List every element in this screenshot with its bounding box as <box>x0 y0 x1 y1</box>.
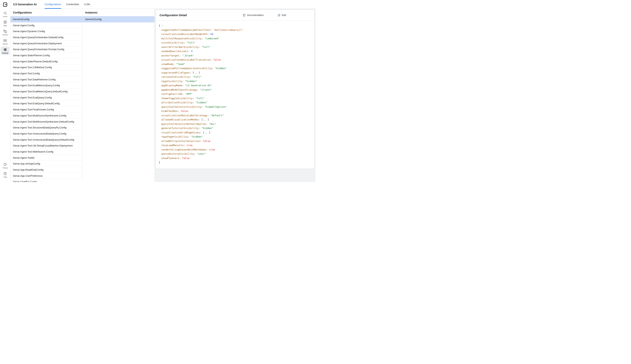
database-icon <box>3 20 7 24</box>
json-key: anchorTarget <box>161 54 179 57</box>
sidebar-item-help[interactable]: Help <box>1 170 10 179</box>
json-value: "hideAllOption" <box>204 106 227 108</box>
detail-area: Configuration Detail DocumentationEdit {… <box>155 9 316 182</box>
config-row[interactable]: Genai.Agent.Tool.EvalQuery.DefaultConfig <box>11 101 83 107</box>
instance-row[interactable]: GenAiUiConfig <box>83 16 154 22</box>
configurations-list[interactable]: GenAiUiConfigGenai.Agent.ConfigGenai.Age… <box>11 16 83 182</box>
sidebar-item-theme[interactable]: Theme <box>1 162 10 170</box>
config-row[interactable]: Genai.Agent.Toolkit <box>11 155 83 161</box>
json-entry: allowMultipleToolSelection: false <box>159 139 310 144</box>
config-row[interactable]: Genai.Agent.Tool.FinalAnswer.Config <box>11 106 83 113</box>
json-key: tagsVisibility <box>161 80 182 83</box>
json-colon: : <box>194 152 197 155</box>
json-value: "feed" <box>176 63 185 66</box>
tab-credentials[interactable]: Credentials <box>66 0 79 8</box>
json-key: visualizationXAxisLabelMaxWidth <box>161 33 207 36</box>
config-row[interactable]: Genai.Agent.Tool.EvalMetricsQuery.Config <box>11 83 83 89</box>
config-row[interactable]: Genai.Agent.Tool.Config <box>11 70 83 76</box>
detail-actions: DocumentationEdit <box>243 14 310 17</box>
json-colon: : <box>173 63 176 66</box>
config-row[interactable]: Genai.Agent.StaticPlanner.DefaultConfig <box>11 58 83 64</box>
json-colon: : <box>199 118 202 121</box>
config-row[interactable]: Genai.App.ReadOnlyConfig <box>11 167 83 173</box>
sidebar-item-home[interactable]: Home <box>1 10 10 18</box>
rail-nav-bottom: ThemeHelp <box>1 162 10 180</box>
json-value: "hidden" <box>195 101 207 104</box>
sidebar-item-label: History <box>3 34 8 36</box>
config-row[interactable]: Genai.Agent.Tool.MultiSourceSynthesizer.… <box>11 119 83 125</box>
json-entry: queryToolSelectorVisibility: "hideAllOpt… <box>159 105 310 109</box>
json-colon: : <box>197 88 200 91</box>
sidebar-item-history[interactable]: History <box>1 28 10 37</box>
config-row[interactable]: Genai.Agent.Tool.EvalMetricsQuery.Defaul… <box>11 88 83 94</box>
json-entry: allowedVisualizationModes: [ … ] <box>159 118 310 122</box>
json-value: false <box>213 58 221 61</box>
json-array-collapsed-ellipsis[interactable]: … <box>206 131 207 134</box>
config-row[interactable]: Genai.Agent.Config <box>11 22 83 28</box>
json-entry: rationaleVisibility: "full" <box>159 75 310 79</box>
config-row[interactable]: Genai.Agent.Tool.EvalQuery.Config <box>11 94 83 101</box>
config-row[interactable]: Genai.Agent.Tool.StructuredDataQueryPy.C… <box>11 125 83 131</box>
sidebar-item-label: Agents <box>3 43 8 45</box>
config-row[interactable]: Genai.App.AirGapConfig <box>11 161 83 167</box>
json-value: "default" <box>210 114 224 117</box>
json-value: "hidden" <box>185 80 197 83</box>
edit-icon <box>277 14 280 17</box>
json-array-collapsed-ellipsis[interactable]: … <box>204 118 206 121</box>
json-colon: : <box>210 58 213 61</box>
config-row[interactable]: Genai.Agent.Dynamic.Config <box>11 28 83 34</box>
json-entry: suppressedFileTypes: [ … ] <box>159 71 310 75</box>
config-row[interactable]: Genai.Agent.Tool.WebSearch.Config <box>11 149 83 155</box>
config-row[interactable]: Genai.Agent.QueryOrchestrator.Prompt.Con… <box>11 46 83 52</box>
config-row[interactable]: Genai.Agent.Tool.Util.StringFuzzyMatcher… <box>11 143 83 149</box>
tab-llms[interactable]: LLMs <box>84 0 90 8</box>
instances-panel: Instances GenAiUiConfig <box>83 9 155 182</box>
json-array-open-bracket: [ <box>203 131 206 134</box>
sidebar-item-data[interactable]: Data <box>1 19 10 28</box>
config-row[interactable]: Genai.Agent.Tool.UnstructuredDataQuery.C… <box>11 131 83 137</box>
instances-panel-header: Instances <box>83 9 154 16</box>
json-colon: : <box>183 41 187 44</box>
json-key: searchFilterBarVisibility <box>161 46 199 48</box>
content-area: Configurations GenAiUiConfigGenai.Agent.… <box>11 9 316 182</box>
json-array-open-bracket: [ <box>201 118 204 121</box>
config-row[interactable]: GenAiUiConfig <box>11 16 83 22</box>
tab-configurations[interactable]: Configurations <box>45 0 61 8</box>
sidebar-item-settings[interactable]: Settings <box>1 46 10 55</box>
json-entry: anchorTarget: "_blank" <box>159 54 310 58</box>
topbar: C3 Generative AI ConfigurationsCredentia… <box>11 0 316 9</box>
json-entry: multiToolResponseVisibility: "combined" <box>159 36 310 41</box>
json-colon: : <box>200 131 203 134</box>
json-array-open-bracket: [ <box>192 71 195 74</box>
detail-header: Configuration Detail DocumentationEdit <box>156 10 314 20</box>
config-row[interactable]: Genai.Agent.Tool.MultiSourceSynthesizer.… <box>11 113 83 119</box>
instances-list[interactable]: GenAiUiConfig <box>83 16 154 182</box>
json-colon: : <box>207 114 210 117</box>
json-array-collapsed-ellipsis[interactable]: … <box>195 71 197 74</box>
left-rail: HomeDataHistoryAgentsSettings ThemeHelp <box>0 0 11 182</box>
config-row[interactable]: Genai.Agent.Tool.DataRetriever.Config <box>11 76 83 83</box>
sidebar-item-agents[interactable]: Agents <box>1 38 10 46</box>
config-row[interactable]: Genai.Agent.QueryOrchestrator.Deployment <box>11 40 83 46</box>
config-row[interactable]: Genai.Agent.QueryOrchestrator.DefaultCon… <box>11 34 83 40</box>
config-row[interactable]: Genai.Agent.Tool.UnstructuredDataQuery.D… <box>11 137 83 143</box>
json-key: seededQueriesLimit <box>161 50 188 52</box>
json-colon: : <box>201 37 204 40</box>
documentation-button[interactable]: Documentation <box>243 14 263 17</box>
edit-button-label: Edit <box>282 14 286 16</box>
chevron-down-icon[interactable] <box>161 24 164 26</box>
edit-button[interactable]: Edit <box>277 14 286 17</box>
sidebar-item-label: Theme <box>3 167 8 169</box>
json-value: "combined" <box>204 37 219 40</box>
json-viewer[interactable]: {suggestedFollowUpQueryDefaultTool: "mul… <box>156 20 314 169</box>
config-row[interactable]: Genai.App.UserPreference <box>11 173 83 179</box>
history-icon <box>3 30 7 33</box>
config-row[interactable]: Genai.Agent.Tool.C3Method.Config <box>11 64 83 71</box>
config-row[interactable]: Genai.ChatBot.Config <box>11 179 83 182</box>
settings-sliders-icon <box>3 48 7 52</box>
json-entry: visualizationXAxisLabelStrategy: "defaul… <box>159 114 310 118</box>
json-key: viewMode <box>161 63 173 66</box>
c3-logo[interactable] <box>2 2 8 8</box>
theme-palette-icon <box>3 162 7 166</box>
config-row[interactable]: Genai.Agent.StaticPlanner.Config <box>11 52 83 58</box>
